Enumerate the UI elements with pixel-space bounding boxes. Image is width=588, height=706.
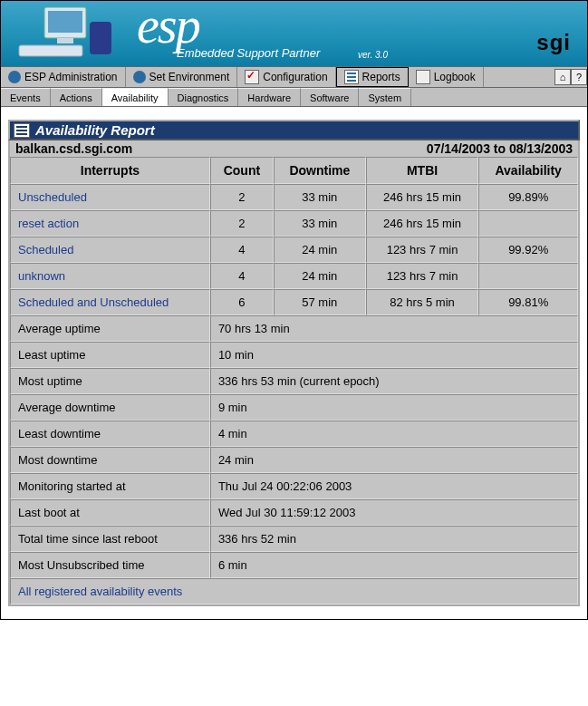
svg-rect-3 xyxy=(19,45,82,56)
toolbar-item-esp-administration[interactable]: ESP Administration xyxy=(1,67,126,87)
cell-avail: 99.81% xyxy=(478,289,578,315)
cell-avail xyxy=(478,263,578,289)
help-icon[interactable]: ? xyxy=(571,69,587,85)
cell-down: 33 min xyxy=(274,184,366,210)
interrupt-link[interactable]: reset action xyxy=(18,217,79,230)
tab-hardware[interactable]: Hardware xyxy=(238,88,301,106)
interrupt-link[interactable]: Scheduled and Unscheduled xyxy=(18,295,169,309)
sub-tabs: EventsActionsAvailabilityDiagnosticsHard… xyxy=(1,88,587,107)
summary-row: Least downtime4 min xyxy=(10,421,578,447)
table-row: unknown424 min123 hrs 7 min xyxy=(10,263,578,289)
summary-label: Average uptime xyxy=(10,315,210,342)
cell-mtbi: 82 hrs 5 min xyxy=(366,289,479,315)
toolbar-item-configuration[interactable]: Configuration xyxy=(237,67,335,87)
tab-events[interactable]: Events xyxy=(1,88,51,106)
summary-label: Least downtime xyxy=(10,421,210,447)
summary-value: Wed Jul 30 11:59:12 2003 xyxy=(210,499,578,526)
col-availability: Availability xyxy=(478,157,578,184)
summary-value: 24 min xyxy=(210,447,578,473)
toolbar-item-reports[interactable]: Reports xyxy=(336,67,409,87)
table-row: Scheduled and Unscheduled657 min82 hrs 5… xyxy=(10,289,578,315)
summary-row: Total time since last reboot336 hrs 52 m… xyxy=(10,526,578,552)
host-label: balkan.csd.sgi.com xyxy=(15,141,132,156)
summary-value: 9 min xyxy=(210,394,578,421)
summary-value: 4 min xyxy=(210,421,578,447)
report-title-bar: Availability Report xyxy=(8,120,580,140)
toolbar-label: Reports xyxy=(362,71,400,83)
summary-value: Thu Jul 24 00:22:06 2003 xyxy=(210,473,578,499)
report-icon xyxy=(14,123,30,138)
book-icon xyxy=(416,70,430,84)
summary-value: 6 min xyxy=(210,552,578,578)
summary-row: Average uptime70 hrs 13 min xyxy=(10,315,578,342)
cell-down: 24 min xyxy=(274,263,366,289)
tab-availability[interactable]: Availability xyxy=(102,88,169,106)
col-mtbi: MTBI xyxy=(366,157,479,184)
toolbar-label: Set Environment xyxy=(149,71,230,83)
toolbar-item-logbook[interactable]: Logbook xyxy=(409,67,484,87)
cell-count: 4 xyxy=(210,263,274,289)
summary-label: Least uptime xyxy=(10,342,210,368)
globe-icon xyxy=(8,71,21,83)
main-toolbar: ESP AdministrationSet EnvironmentConfigu… xyxy=(1,66,587,88)
cell-label: Scheduled xyxy=(10,237,210,263)
cell-avail: 99.89% xyxy=(478,184,578,210)
computer-icon xyxy=(17,5,117,60)
cell-label: Unscheduled xyxy=(10,184,210,210)
summary-row: Least uptime10 min xyxy=(10,342,578,368)
summary-row: Monitoring started atThu Jul 24 00:22:06… xyxy=(10,473,578,499)
summary-label: Last boot at xyxy=(10,499,210,526)
tab-diagnostics[interactable]: Diagnostics xyxy=(169,88,239,106)
summary-label: Most uptime xyxy=(10,368,210,394)
tab-system[interactable]: System xyxy=(359,88,411,106)
toolbar-label: Logbook xyxy=(434,71,476,83)
interrupt-link[interactable]: Scheduled xyxy=(18,243,73,256)
cell-down: 57 min xyxy=(274,289,366,315)
cell-avail: 99.92% xyxy=(478,237,578,263)
table-row: Scheduled424 min123 hrs 7 min99.92% xyxy=(10,237,578,263)
summary-value: 10 min xyxy=(210,342,578,368)
summary-label: Average downtime xyxy=(10,394,210,421)
toolbar-label: Configuration xyxy=(263,71,327,83)
toolbar-item-set-environment[interactable]: Set Environment xyxy=(126,67,238,87)
report-title: Availability Report xyxy=(35,122,155,138)
tab-software[interactable]: Software xyxy=(301,88,359,106)
cell-mtbi: 123 hrs 7 min xyxy=(366,263,479,289)
summary-row: Most downtime24 min xyxy=(10,447,578,473)
all-events-link[interactable]: All registered availability events xyxy=(18,585,182,598)
col-count: Count xyxy=(210,157,274,184)
interrupt-link[interactable]: Unscheduled xyxy=(18,190,87,204)
home-icon[interactable]: ⌂ xyxy=(554,69,571,85)
check-icon xyxy=(245,70,259,84)
summary-value: 336 hrs 53 min (current epoch) xyxy=(210,368,578,394)
summary-row: Most Unsubscribed time6 min xyxy=(10,552,578,578)
summary-row: Last boot atWed Jul 30 11:59:12 2003 xyxy=(10,499,578,526)
cell-avail xyxy=(478,210,578,237)
cell-count: 2 xyxy=(210,184,274,210)
tab-actions[interactable]: Actions xyxy=(51,88,102,106)
summary-value: 70 hrs 13 min xyxy=(210,315,578,342)
svg-rect-2 xyxy=(57,38,73,44)
header-banner: esp Embedded Support Partner ver. 3.0 sg… xyxy=(1,1,587,66)
cell-label: Scheduled and Unscheduled xyxy=(10,289,210,315)
availability-table: Interrupts Count Downtime MTBI Availabil… xyxy=(8,157,580,606)
date-range: 07/14/2003 to 08/13/2003 xyxy=(427,141,573,156)
cell-count: 2 xyxy=(210,210,274,237)
version-label: ver. 3.0 xyxy=(358,50,388,60)
table-row: Unscheduled233 min246 hrs 15 min99.89% xyxy=(10,184,578,210)
col-interrupts: Interrupts xyxy=(10,157,210,184)
summary-label: Total time since last reboot xyxy=(10,526,210,552)
summary-value: 336 hrs 52 min xyxy=(210,526,578,552)
cell-label: unknown xyxy=(10,263,210,289)
cell-label: reset action xyxy=(10,210,210,237)
interrupt-link[interactable]: unknown xyxy=(18,269,65,283)
toolbar-label: ESP Administration xyxy=(24,71,118,83)
cell-mtbi: 246 hrs 15 min xyxy=(366,184,479,210)
cell-down: 24 min xyxy=(274,237,366,263)
col-downtime: Downtime xyxy=(274,157,366,184)
summary-label: Monitoring started at xyxy=(10,473,210,499)
product-subtitle: Embedded Support Partner xyxy=(177,46,320,60)
svg-rect-1 xyxy=(48,11,82,33)
cell-down: 33 min xyxy=(274,210,366,237)
list-icon xyxy=(344,70,359,84)
